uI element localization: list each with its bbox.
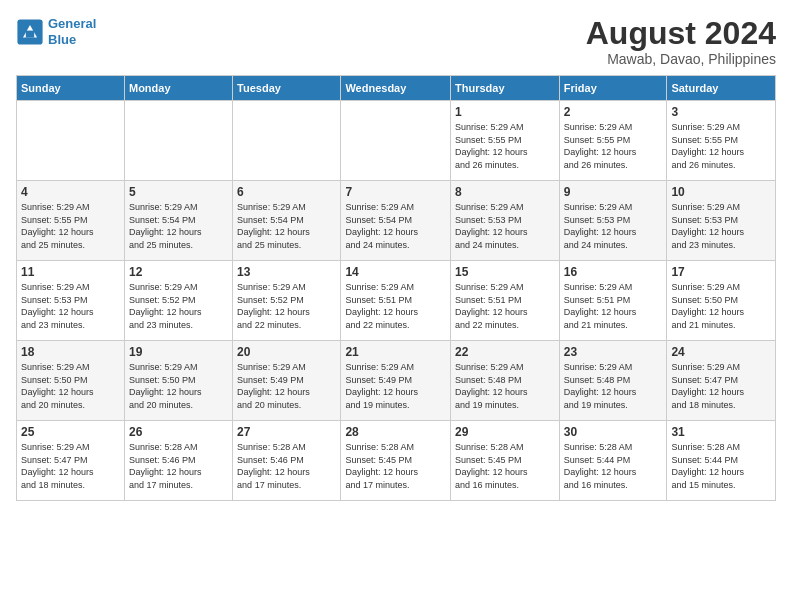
- day-number: 4: [21, 185, 120, 199]
- day-info: Sunrise: 5:29 AM Sunset: 5:50 PM Dayligh…: [21, 361, 120, 411]
- day-info: Sunrise: 5:29 AM Sunset: 5:49 PM Dayligh…: [237, 361, 336, 411]
- calendar-cell: 21Sunrise: 5:29 AM Sunset: 5:49 PM Dayli…: [341, 341, 451, 421]
- day-number: 17: [671, 265, 771, 279]
- day-number: 22: [455, 345, 555, 359]
- day-info: Sunrise: 5:28 AM Sunset: 5:46 PM Dayligh…: [237, 441, 336, 491]
- calendar-cell: 15Sunrise: 5:29 AM Sunset: 5:51 PM Dayli…: [451, 261, 560, 341]
- header-day-wednesday: Wednesday: [341, 76, 451, 101]
- calendar-body: 1Sunrise: 5:29 AM Sunset: 5:55 PM Daylig…: [17, 101, 776, 501]
- header-day-sunday: Sunday: [17, 76, 125, 101]
- day-number: 8: [455, 185, 555, 199]
- calendar-cell: 22Sunrise: 5:29 AM Sunset: 5:48 PM Dayli…: [451, 341, 560, 421]
- day-number: 19: [129, 345, 228, 359]
- day-info: Sunrise: 5:29 AM Sunset: 5:53 PM Dayligh…: [21, 281, 120, 331]
- calendar-cell: 10Sunrise: 5:29 AM Sunset: 5:53 PM Dayli…: [667, 181, 776, 261]
- header-day-monday: Monday: [124, 76, 232, 101]
- header-day-friday: Friday: [559, 76, 667, 101]
- day-number: 16: [564, 265, 663, 279]
- day-info: Sunrise: 5:29 AM Sunset: 5:49 PM Dayligh…: [345, 361, 446, 411]
- day-number: 7: [345, 185, 446, 199]
- page-header: General Blue August 2024 Mawab, Davao, P…: [16, 16, 776, 67]
- day-number: 3: [671, 105, 771, 119]
- day-number: 11: [21, 265, 120, 279]
- calendar-cell: 13Sunrise: 5:29 AM Sunset: 5:52 PM Dayli…: [233, 261, 341, 341]
- calendar-cell: 25Sunrise: 5:29 AM Sunset: 5:47 PM Dayli…: [17, 421, 125, 501]
- calendar-cell: 7Sunrise: 5:29 AM Sunset: 5:54 PM Daylig…: [341, 181, 451, 261]
- calendar-cell: 1Sunrise: 5:29 AM Sunset: 5:55 PM Daylig…: [451, 101, 560, 181]
- calendar-cell: 29Sunrise: 5:28 AM Sunset: 5:45 PM Dayli…: [451, 421, 560, 501]
- day-number: 12: [129, 265, 228, 279]
- day-number: 15: [455, 265, 555, 279]
- calendar-cell: 2Sunrise: 5:29 AM Sunset: 5:55 PM Daylig…: [559, 101, 667, 181]
- month-year-title: August 2024: [586, 16, 776, 51]
- day-info: Sunrise: 5:28 AM Sunset: 5:45 PM Dayligh…: [345, 441, 446, 491]
- day-info: Sunrise: 5:29 AM Sunset: 5:53 PM Dayligh…: [455, 201, 555, 251]
- day-number: 29: [455, 425, 555, 439]
- day-number: 20: [237, 345, 336, 359]
- location-subtitle: Mawab, Davao, Philippines: [586, 51, 776, 67]
- calendar-cell: 28Sunrise: 5:28 AM Sunset: 5:45 PM Dayli…: [341, 421, 451, 501]
- calendar-cell: 4Sunrise: 5:29 AM Sunset: 5:55 PM Daylig…: [17, 181, 125, 261]
- day-number: 25: [21, 425, 120, 439]
- day-info: Sunrise: 5:29 AM Sunset: 5:54 PM Dayligh…: [237, 201, 336, 251]
- day-number: 21: [345, 345, 446, 359]
- calendar-cell: 24Sunrise: 5:29 AM Sunset: 5:47 PM Dayli…: [667, 341, 776, 421]
- calendar-cell: 27Sunrise: 5:28 AM Sunset: 5:46 PM Dayli…: [233, 421, 341, 501]
- calendar-cell: 23Sunrise: 5:29 AM Sunset: 5:48 PM Dayli…: [559, 341, 667, 421]
- header-day-tuesday: Tuesday: [233, 76, 341, 101]
- calendar-cell: 31Sunrise: 5:28 AM Sunset: 5:44 PM Dayli…: [667, 421, 776, 501]
- day-number: 18: [21, 345, 120, 359]
- day-info: Sunrise: 5:29 AM Sunset: 5:48 PM Dayligh…: [564, 361, 663, 411]
- day-info: Sunrise: 5:29 AM Sunset: 5:55 PM Dayligh…: [21, 201, 120, 251]
- calendar-header: SundayMondayTuesdayWednesdayThursdayFrid…: [17, 76, 776, 101]
- day-number: 2: [564, 105, 663, 119]
- calendar-cell: 5Sunrise: 5:29 AM Sunset: 5:54 PM Daylig…: [124, 181, 232, 261]
- day-info: Sunrise: 5:28 AM Sunset: 5:45 PM Dayligh…: [455, 441, 555, 491]
- calendar-week-row: 11Sunrise: 5:29 AM Sunset: 5:53 PM Dayli…: [17, 261, 776, 341]
- calendar-week-row: 1Sunrise: 5:29 AM Sunset: 5:55 PM Daylig…: [17, 101, 776, 181]
- calendar-cell: 30Sunrise: 5:28 AM Sunset: 5:44 PM Dayli…: [559, 421, 667, 501]
- day-info: Sunrise: 5:29 AM Sunset: 5:51 PM Dayligh…: [564, 281, 663, 331]
- day-info: Sunrise: 5:28 AM Sunset: 5:44 PM Dayligh…: [671, 441, 771, 491]
- logo-text: General Blue: [48, 16, 96, 47]
- day-info: Sunrise: 5:28 AM Sunset: 5:44 PM Dayligh…: [564, 441, 663, 491]
- calendar-cell: 14Sunrise: 5:29 AM Sunset: 5:51 PM Dayli…: [341, 261, 451, 341]
- calendar-cell: 16Sunrise: 5:29 AM Sunset: 5:51 PM Dayli…: [559, 261, 667, 341]
- day-number: 26: [129, 425, 228, 439]
- calendar-cell: 3Sunrise: 5:29 AM Sunset: 5:55 PM Daylig…: [667, 101, 776, 181]
- calendar-cell: 9Sunrise: 5:29 AM Sunset: 5:53 PM Daylig…: [559, 181, 667, 261]
- title-block: August 2024 Mawab, Davao, Philippines: [586, 16, 776, 67]
- day-info: Sunrise: 5:29 AM Sunset: 5:55 PM Dayligh…: [564, 121, 663, 171]
- day-info: Sunrise: 5:29 AM Sunset: 5:50 PM Dayligh…: [671, 281, 771, 331]
- calendar-cell: 19Sunrise: 5:29 AM Sunset: 5:50 PM Dayli…: [124, 341, 232, 421]
- day-number: 10: [671, 185, 771, 199]
- calendar-cell: 12Sunrise: 5:29 AM Sunset: 5:52 PM Dayli…: [124, 261, 232, 341]
- day-info: Sunrise: 5:29 AM Sunset: 5:52 PM Dayligh…: [237, 281, 336, 331]
- day-info: Sunrise: 5:28 AM Sunset: 5:46 PM Dayligh…: [129, 441, 228, 491]
- calendar-cell: 26Sunrise: 5:28 AM Sunset: 5:46 PM Dayli…: [124, 421, 232, 501]
- day-info: Sunrise: 5:29 AM Sunset: 5:47 PM Dayligh…: [671, 361, 771, 411]
- calendar-cell: 20Sunrise: 5:29 AM Sunset: 5:49 PM Dayli…: [233, 341, 341, 421]
- day-number: 13: [237, 265, 336, 279]
- logo: General Blue: [16, 16, 96, 47]
- day-number: 9: [564, 185, 663, 199]
- calendar-week-row: 18Sunrise: 5:29 AM Sunset: 5:50 PM Dayli…: [17, 341, 776, 421]
- day-info: Sunrise: 5:29 AM Sunset: 5:51 PM Dayligh…: [455, 281, 555, 331]
- day-info: Sunrise: 5:29 AM Sunset: 5:55 PM Dayligh…: [671, 121, 771, 171]
- day-info: Sunrise: 5:29 AM Sunset: 5:47 PM Dayligh…: [21, 441, 120, 491]
- day-number: 14: [345, 265, 446, 279]
- calendar-week-row: 25Sunrise: 5:29 AM Sunset: 5:47 PM Dayli…: [17, 421, 776, 501]
- day-number: 28: [345, 425, 446, 439]
- calendar-week-row: 4Sunrise: 5:29 AM Sunset: 5:55 PM Daylig…: [17, 181, 776, 261]
- day-number: 31: [671, 425, 771, 439]
- day-info: Sunrise: 5:29 AM Sunset: 5:54 PM Dayligh…: [129, 201, 228, 251]
- day-info: Sunrise: 5:29 AM Sunset: 5:53 PM Dayligh…: [564, 201, 663, 251]
- calendar-table: SundayMondayTuesdayWednesdayThursdayFrid…: [16, 75, 776, 501]
- calendar-cell: 18Sunrise: 5:29 AM Sunset: 5:50 PM Dayli…: [17, 341, 125, 421]
- day-info: Sunrise: 5:29 AM Sunset: 5:50 PM Dayligh…: [129, 361, 228, 411]
- calendar-cell: 17Sunrise: 5:29 AM Sunset: 5:50 PM Dayli…: [667, 261, 776, 341]
- calendar-cell: 6Sunrise: 5:29 AM Sunset: 5:54 PM Daylig…: [233, 181, 341, 261]
- day-info: Sunrise: 5:29 AM Sunset: 5:51 PM Dayligh…: [345, 281, 446, 331]
- logo-line1: General: [48, 16, 96, 31]
- day-number: 27: [237, 425, 336, 439]
